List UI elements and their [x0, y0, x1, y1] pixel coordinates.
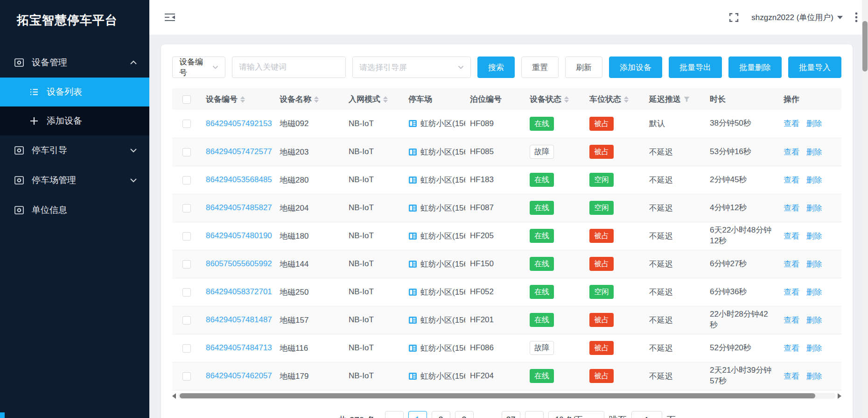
view-link[interactable]: 查看	[784, 372, 799, 381]
device-id-link[interactable]: 864294057492153	[206, 119, 272, 128]
search-button[interactable]: 搜索	[477, 57, 515, 78]
table-row[interactable]: 864294057480190 地磁180 NB-IoT 虹纺小区(156 HF…	[172, 222, 841, 250]
sidebar-item-device-list[interactable]: 设备列表	[0, 78, 149, 106]
delete-link[interactable]: 删除	[806, 260, 822, 269]
delete-link[interactable]: 删除	[806, 288, 822, 297]
table-row[interactable]: 864294057462057 地磁179 NB-IoT 虹纺小区(156 HF…	[172, 362, 841, 390]
scroll-right-arrow[interactable]	[838, 393, 841, 399]
field-select[interactable]: 设备编号	[172, 57, 225, 78]
row-checkbox[interactable]	[182, 148, 191, 156]
pagination-page-3[interactable]: 3	[455, 411, 474, 418]
sort-icon[interactable]	[240, 96, 245, 103]
device-id-link[interactable]: 860575055605992	[206, 259, 272, 268]
table-row[interactable]: 864294057485827 地磁204 NB-IoT 虹纺小区(156 HF…	[172, 194, 841, 222]
keyword-input[interactable]	[232, 57, 346, 78]
reset-button[interactable]: 重置	[521, 57, 559, 78]
sort-icon[interactable]	[314, 96, 319, 103]
delete-link[interactable]: 删除	[806, 204, 822, 213]
row-checkbox[interactable]	[182, 120, 191, 128]
guidance-screen-select[interactable]: 请选择引导屏	[352, 57, 471, 78]
batch-export-button[interactable]: 批量导出	[669, 57, 722, 78]
sidebar-item-parking-guidance[interactable]: 停车引导	[0, 135, 149, 165]
table-row[interactable]: 864294057481487 地磁157 NB-IoT 虹纺小区(156 HF…	[172, 306, 841, 334]
view-link[interactable]: 查看	[784, 176, 799, 184]
scroll-left-arrow[interactable]	[172, 393, 176, 399]
select-all-checkbox[interactable]	[182, 95, 191, 104]
device-name: 地磁157	[280, 316, 308, 325]
device-id-link[interactable]: 864294057462057	[206, 371, 272, 380]
delete-link[interactable]: 删除	[806, 372, 822, 381]
sort-icon[interactable]	[624, 96, 629, 103]
sidebar-item-add-device[interactable]: 添加设备	[0, 106, 149, 135]
table-row[interactable]: 860575055605992 地磁144 NB-IoT 虹纺小区(156 HF…	[172, 250, 841, 278]
delete-link[interactable]: 删除	[806, 176, 822, 184]
device-id-link[interactable]: 864294057472577	[206, 147, 272, 156]
device-id-link[interactable]: 864294058372701	[206, 287, 272, 296]
row-checkbox[interactable]	[182, 288, 191, 297]
view-link[interactable]: 查看	[784, 288, 799, 297]
row-checkbox[interactable]	[182, 260, 191, 269]
batch-delete-button[interactable]: 批量删除	[728, 57, 782, 78]
sidebar-item-parking-lot-management[interactable]: 停车场管理	[0, 165, 149, 195]
batch-import-button[interactable]: 批量导入	[788, 57, 841, 78]
pagination-page-2[interactable]: 2	[432, 411, 450, 418]
add-device-button[interactable]: 添加设备	[609, 57, 662, 78]
column-network-mode[interactable]: 入网模式	[344, 88, 404, 110]
column-delay-push[interactable]: 延迟推送	[644, 88, 705, 110]
view-link[interactable]: 查看	[784, 316, 799, 325]
horizontal-scroll-track[interactable]	[178, 393, 836, 399]
device-id-link[interactable]: 864294057481487	[206, 315, 272, 324]
table-row[interactable]: 864294057484713 地磁116 NB-IoT 虹纺小区(156 HF…	[172, 334, 841, 362]
pagination-prev-button[interactable]: ‹	[385, 411, 404, 418]
device-name: 地磁116	[280, 344, 308, 353]
table-row[interactable]: 864294058372701 地磁250 NB-IoT 虹纺小区(156 HF…	[172, 278, 841, 306]
view-link[interactable]: 查看	[784, 119, 799, 128]
device-id-link[interactable]: 864294053568485	[206, 175, 272, 184]
refresh-button[interactable]: 刷新	[565, 57, 602, 78]
row-checkbox[interactable]	[182, 204, 191, 213]
view-link[interactable]: 查看	[784, 260, 799, 269]
device-id-link[interactable]: 864294057485827	[206, 203, 272, 212]
sidebar-item-device-management[interactable]: 设备管理	[0, 48, 149, 78]
filter-funnel-icon[interactable]	[684, 95, 690, 104]
view-link[interactable]: 查看	[784, 148, 799, 156]
user-menu[interactable]: shzgzn2022 (单位用户)	[751, 12, 843, 23]
sidebar-item-unit-info[interactable]: 单位信息	[0, 195, 149, 225]
vertical-scrollbar[interactable]	[862, 0, 868, 418]
row-checkbox[interactable]	[182, 176, 191, 184]
view-link[interactable]: 查看	[784, 204, 799, 213]
collapse-menu-icon[interactable]	[163, 12, 176, 23]
row-checkbox[interactable]	[182, 344, 191, 353]
view-link[interactable]: 查看	[784, 344, 799, 353]
column-device-status[interactable]: 设备状态	[525, 88, 585, 110]
horizontal-scroll-thumb[interactable]	[180, 393, 815, 398]
sort-icon[interactable]	[383, 96, 388, 103]
column-slot-status[interactable]: 车位状态	[585, 88, 644, 110]
device-id-link[interactable]: 864294057484713	[206, 343, 272, 352]
delete-link[interactable]: 删除	[806, 344, 822, 353]
column-device-name[interactable]: 设备名称	[275, 88, 344, 110]
delete-link[interactable]: 删除	[806, 232, 822, 241]
row-checkbox[interactable]	[182, 316, 191, 325]
more-options-icon[interactable]	[855, 12, 858, 23]
view-link[interactable]: 查看	[784, 232, 799, 241]
row-checkbox[interactable]	[182, 372, 191, 381]
delete-link[interactable]: 删除	[806, 119, 822, 128]
row-checkbox[interactable]	[182, 232, 191, 241]
pagination-page-1[interactable]: 1	[408, 411, 427, 418]
delete-link[interactable]: 删除	[806, 316, 822, 325]
fullscreen-icon[interactable]	[728, 12, 739, 23]
column-device-id[interactable]: 设备编号	[201, 88, 275, 110]
jump-page-input[interactable]	[631, 411, 662, 418]
pagination-ellipsis[interactable]: •••	[478, 411, 497, 418]
table-row[interactable]: 864294053568485 地磁280 NB-IoT 虹纺小区(156 HF…	[172, 166, 841, 194]
pagination-page-27[interactable]: 27	[502, 411, 520, 418]
table-row[interactable]: 864294057472577 地磁203 NB-IoT 虹纺小区(156 HF…	[172, 138, 841, 166]
page-size-select[interactable]: 10 条/页	[548, 411, 604, 418]
device-id-link[interactable]: 864294057480190	[206, 231, 272, 240]
delete-link[interactable]: 删除	[806, 148, 822, 156]
sort-icon[interactable]	[564, 96, 569, 103]
pagination-next-button[interactable]: ›	[525, 411, 544, 418]
vertical-scroll-thumb[interactable]	[862, 21, 868, 71]
table-row[interactable]: 864294057492153 地磁092 NB-IoT 虹纺小区(156 HF…	[172, 110, 841, 138]
